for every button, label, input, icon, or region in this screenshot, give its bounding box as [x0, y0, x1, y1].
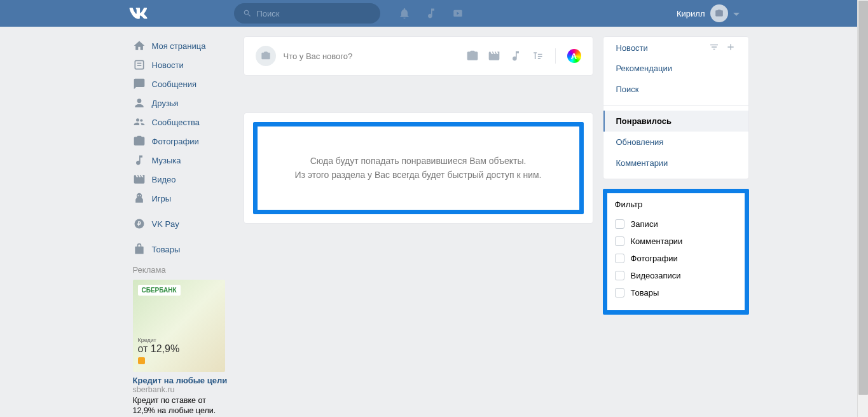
video-icon[interactable] — [451, 7, 464, 20]
vk-logo[interactable] — [129, 8, 234, 19]
scrollbar[interactable] — [857, 0, 868, 416]
side-liked[interactable]: Понравилось — [603, 111, 748, 132]
ad-section-label: Реклама — [129, 259, 234, 280]
nav-vkpay[interactable]: ₽VK Pay — [129, 214, 234, 233]
filter-photos[interactable]: Фотографии — [615, 250, 737, 267]
ad-block[interactable]: СБЕРБАНК Кредит от 12,9% Кредит на любые… — [129, 280, 234, 416]
nav-my-page[interactable]: Моя страница — [129, 36, 234, 55]
ad-title: Кредит на любые цели — [133, 372, 230, 385]
attach-text-icon[interactable] — [531, 50, 544, 62]
nav-friends[interactable]: Друзья — [129, 93, 234, 113]
notifications-icon[interactable] — [398, 7, 411, 20]
side-recommendations[interactable]: Рекомендации — [603, 58, 748, 79]
side-news[interactable]: Новости — [616, 43, 648, 53]
left-nav: Моя страница Новости Сообщения Друзья Со… — [129, 36, 234, 416]
side-updates[interactable]: Обновления — [603, 132, 748, 153]
composer-input[interactable]: Что у Вас нового? — [284, 51, 466, 61]
username-label: Кирилл — [677, 9, 705, 18]
vkpay-icon: ₽ — [133, 217, 146, 230]
filter-videos[interactable]: Видеозаписи — [615, 267, 737, 284]
svg-point-4 — [137, 99, 141, 103]
nav-goods[interactable]: Товары — [129, 240, 234, 259]
bag-icon — [133, 243, 146, 256]
feed-filter-panel: Новости Рекомендации Поиск Понравилось О… — [603, 36, 749, 179]
games-icon — [133, 192, 146, 205]
nav-music[interactable]: Музыка — [129, 151, 234, 170]
empty-state-card: Сюда будут попадать понравившиеся Вам об… — [244, 113, 593, 224]
nav-messages[interactable]: Сообщения — [129, 74, 234, 93]
filter-posts[interactable]: Записи — [615, 215, 737, 233]
profile-menu[interactable]: Кирилл — [677, 4, 740, 22]
news-icon — [133, 58, 146, 71]
scrollbar-thumb[interactable] — [858, 1, 868, 395]
add-icon[interactable] — [726, 42, 736, 54]
clapperboard-icon — [133, 173, 146, 186]
messages-icon — [133, 78, 146, 90]
poster-style-icon[interactable]: A — [567, 49, 581, 63]
communities-icon — [133, 116, 146, 128]
checkbox-icon — [615, 271, 624, 280]
svg-point-6 — [140, 119, 142, 121]
checkbox-icon — [615, 288, 624, 297]
attach-photo-icon[interactable] — [466, 50, 479, 62]
search-box[interactable] — [234, 3, 380, 24]
nav-photos[interactable]: Фотографии — [129, 132, 234, 151]
filter-goods[interactable]: Товары — [615, 284, 737, 301]
side-search[interactable]: Поиск — [603, 79, 748, 100]
nav-videos[interactable]: Видео — [129, 170, 234, 189]
camera-icon — [133, 135, 146, 147]
music-note-icon — [133, 154, 146, 167]
filter-panel: Фильтр Записи Комментарии Фотографии Вид… — [603, 189, 749, 315]
empty-line1: Сюда будут попадать понравившиеся Вам об… — [264, 154, 573, 168]
filter-title: Фильтр — [615, 200, 737, 215]
post-composer: Что у Вас нового? A — [244, 36, 593, 76]
checkbox-icon — [615, 236, 624, 246]
header-bar: Кирилл — [0, 0, 868, 27]
nav-communities[interactable]: Сообщества — [129, 113, 234, 132]
nav-games[interactable]: Игры — [129, 189, 234, 208]
friends-icon — [133, 97, 146, 109]
composer-avatar-icon — [256, 46, 276, 66]
svg-point-5 — [136, 118, 139, 121]
chevron-down-icon — [733, 9, 740, 18]
checkbox-icon — [615, 254, 624, 263]
home-icon — [133, 39, 146, 52]
ad-description: Кредит по ставке от 12,9% на любые цели. — [133, 394, 230, 416]
svg-text:₽: ₽ — [137, 221, 141, 227]
empty-state-highlight: Сюда будут попадать понравившиеся Вам об… — [253, 122, 584, 214]
avatar — [710, 4, 728, 22]
attach-music-icon[interactable] — [509, 50, 522, 62]
ad-image: СБЕРБАНК Кредит от 12,9% — [133, 280, 225, 372]
filter-icon[interactable] — [709, 42, 719, 54]
empty-line2: Из этого раздела у Вас всегда будет быст… — [264, 168, 573, 182]
music-icon[interactable] — [425, 7, 437, 20]
search-icon — [243, 9, 252, 18]
ad-domain: sberbank.ru — [133, 385, 230, 394]
filter-comments[interactable]: Комментарии — [615, 233, 737, 250]
nav-news[interactable]: Новости — [129, 55, 234, 74]
search-input[interactable] — [257, 9, 371, 18]
checkbox-icon — [615, 219, 624, 229]
attach-video-icon[interactable] — [488, 50, 500, 62]
side-comments[interactable]: Комментарии — [603, 153, 748, 174]
ad-brand-logo: СБЕРБАНК — [138, 285, 181, 296]
